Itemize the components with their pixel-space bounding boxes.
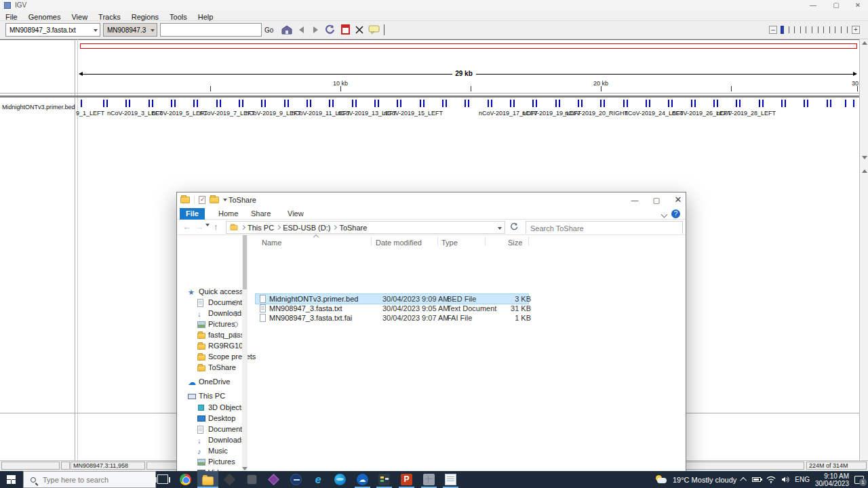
popup-behavior-icon[interactable] bbox=[368, 24, 380, 35]
tab-file[interactable]: File bbox=[180, 208, 205, 220]
cloud-app-taskbar-button[interactable]: ☁ bbox=[352, 471, 373, 488]
explorer-minimize-button[interactable]: — bbox=[625, 192, 645, 207]
genome-select[interactable]: MN908947_3.fasta.txt bbox=[5, 23, 100, 37]
primer-feature[interactable] bbox=[555, 100, 557, 107]
primer-feature[interactable] bbox=[193, 100, 195, 107]
sidebar-scrollbar-thumb[interactable] bbox=[243, 235, 247, 289]
zoom-out-button[interactable]: – bbox=[769, 26, 777, 34]
file-row[interactable]: MidnightONTv3.primer.bed30/04/2023 9:09 … bbox=[256, 294, 528, 304]
tab-share[interactable]: Share bbox=[245, 208, 277, 220]
locus-input[interactable] bbox=[160, 23, 262, 37]
primer-feature[interactable] bbox=[149, 100, 150, 107]
primer-feature[interactable] bbox=[378, 100, 379, 107]
igv-minimize-button[interactable]: — bbox=[804, 1, 822, 9]
file-explorer-taskbar-button[interactable] bbox=[197, 471, 218, 488]
primer-feature[interactable] bbox=[174, 100, 176, 107]
column-header-size[interactable]: Size bbox=[508, 239, 522, 247]
explorer-search-box[interactable] bbox=[526, 221, 683, 234]
primer-feature[interactable] bbox=[468, 100, 469, 107]
primer-feature[interactable] bbox=[152, 100, 153, 107]
file-row[interactable]: MN908947_3.fasta.txt.fai30/04/2023 9:07 … bbox=[256, 313, 528, 323]
sidebar-item-music[interactable]: ♪Music bbox=[177, 446, 242, 457]
qat-customize-icon[interactable] bbox=[223, 199, 227, 201]
speaker-icon[interactable] bbox=[781, 476, 789, 483]
wifi-icon[interactable] bbox=[766, 476, 776, 483]
scroll-down-icon[interactable] bbox=[242, 467, 248, 470]
sidebar-item-documents[interactable]: Documents bbox=[177, 424, 242, 435]
primer-feature[interactable] bbox=[216, 100, 218, 107]
primer-feature[interactable] bbox=[646, 100, 647, 107]
primer-feature[interactable] bbox=[332, 100, 334, 107]
taskbar-search-input[interactable] bbox=[36, 476, 155, 484]
primer-feature[interactable] bbox=[513, 100, 515, 107]
hidden-icons-chevron[interactable] bbox=[740, 477, 747, 484]
sidebar-item-documents[interactable]: Documents bbox=[177, 298, 242, 308]
igv-close-button[interactable]: ✕ bbox=[849, 1, 867, 9]
primer-feature[interactable] bbox=[125, 100, 127, 107]
scroll-up-icon[interactable] bbox=[862, 41, 867, 45]
sidebar-item-this-pc[interactable]: This PC bbox=[177, 391, 242, 402]
app-dark-2-taskbar-button[interactable] bbox=[241, 471, 262, 488]
primer-feature[interactable] bbox=[239, 100, 240, 107]
nanopore-taskbar-button[interactable] bbox=[285, 471, 307, 488]
name-panel-divider[interactable] bbox=[75, 39, 75, 460]
sidebar-item-scope-presets[interactable]: Scope presets bbox=[177, 352, 242, 363]
epi2me-taskbar-button[interactable] bbox=[374, 471, 395, 488]
primer-feature[interactable] bbox=[307, 100, 308, 107]
primer-feature[interactable] bbox=[845, 100, 846, 107]
refresh-icon[interactable] bbox=[509, 222, 519, 235]
track-name-label[interactable]: MidnightONTv3.primer.bed bbox=[2, 104, 75, 110]
primer-feature[interactable] bbox=[762, 100, 764, 107]
primer-feature[interactable] bbox=[536, 100, 537, 107]
edge-taskbar-button[interactable] bbox=[330, 471, 351, 488]
powerpoint-taskbar-button[interactable]: P bbox=[396, 471, 417, 488]
refresh-icon[interactable] bbox=[324, 24, 336, 35]
address-bar[interactable]: This PC ESD-USB (D:) ToShare bbox=[226, 221, 505, 234]
primer-feature[interactable] bbox=[671, 100, 673, 107]
ribbon-collapse-icon[interactable] bbox=[661, 211, 668, 218]
sidebar-item-downloads[interactable]: ↓Downloads bbox=[177, 308, 242, 319]
explorer-close-button[interactable]: ✕ bbox=[668, 192, 688, 207]
primer-feature[interactable] bbox=[827, 100, 828, 107]
primer-feature[interactable] bbox=[559, 100, 560, 107]
primer-feature[interactable] bbox=[853, 100, 854, 107]
primer-feature[interactable] bbox=[804, 100, 805, 107]
primer-feature[interactable] bbox=[81, 100, 82, 107]
task-view-button[interactable] bbox=[157, 474, 168, 484]
sidebar-item-pictures[interactable]: Pictures bbox=[177, 457, 242, 468]
igv-scrollbar[interactable] bbox=[859, 39, 868, 460]
primer-feature[interactable] bbox=[264, 100, 266, 107]
sidebar-item-onedrive[interactable]: ☁OneDrive bbox=[177, 377, 242, 388]
primer-feature[interactable] bbox=[310, 100, 311, 107]
breadcrumb-this-pc[interactable]: This PC bbox=[248, 224, 274, 232]
weather-text[interactable]: 19°C Mostly cloudy bbox=[673, 476, 736, 484]
primer-feature[interactable] bbox=[103, 100, 104, 107]
primer-feature[interactable] bbox=[352, 100, 353, 107]
forward-arrow-icon[interactable] bbox=[309, 24, 321, 35]
primer-feature[interactable] bbox=[465, 100, 466, 107]
primer-feature[interactable] bbox=[581, 100, 583, 107]
attribute-panel-divider[interactable] bbox=[77, 39, 78, 460]
nav-history-icon[interactable] bbox=[205, 224, 210, 226]
notepad-taskbar-button[interactable] bbox=[440, 471, 461, 488]
explorer-maximize-button[interactable]: ▢ bbox=[646, 192, 667, 207]
primer-feature[interactable] bbox=[197, 100, 198, 107]
primer-feature[interactable] bbox=[713, 100, 715, 107]
weather-icon[interactable] bbox=[655, 475, 667, 485]
scroll-down-icon[interactable] bbox=[862, 156, 867, 159]
file-row[interactable]: MN908947_3.fasta.txt30/04/2023 9:05 AMTe… bbox=[256, 304, 528, 313]
primer-feature[interactable] bbox=[532, 100, 534, 107]
zoom-in-button[interactable]: + bbox=[852, 26, 860, 34]
sidebar-item-fastq-pass[interactable]: fastq_pass bbox=[177, 330, 242, 341]
column-header-type[interactable]: Type bbox=[441, 239, 458, 247]
primer-feature[interactable] bbox=[420, 100, 421, 107]
primer-feature[interactable] bbox=[694, 100, 696, 107]
primer-feature[interactable] bbox=[400, 100, 401, 107]
nav-up-icon[interactable]: ↑ bbox=[214, 222, 218, 232]
primer-feature[interactable] bbox=[329, 100, 330, 107]
taskbar-search-box[interactable] bbox=[23, 471, 156, 488]
battery-icon[interactable] bbox=[752, 477, 761, 482]
primer-feature[interactable] bbox=[510, 100, 511, 107]
primer-feature[interactable] bbox=[600, 100, 601, 107]
primer-feature[interactable] bbox=[423, 100, 425, 107]
